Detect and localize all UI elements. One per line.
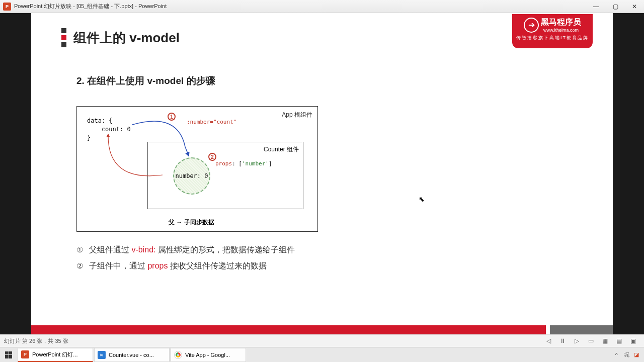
diagram-props-code: props: ['number'] — [215, 160, 272, 167]
diagram-app-label: App 根组件 — [282, 111, 312, 119]
diagram-badge-2: 2 — [208, 153, 216, 161]
mouse-cursor-icon: ⬉ — [419, 195, 425, 203]
minimize-button[interactable]: — — [587, 0, 606, 13]
note-1: ① 父组件通过 v-bind: 属性绑定的形式，把数据传递给子组件 — [76, 242, 295, 258]
brand-url: www.itheima.com — [541, 28, 581, 33]
title-bullets-icon — [61, 28, 66, 47]
diagram-number-circle: number: 0 — [173, 157, 210, 195]
slide-title-row: 组件上的 v-model — [61, 28, 180, 47]
note-2: ② 子组件中，通过 props 接收父组件传递过来的数据 — [76, 258, 295, 274]
start-button[interactable] — [0, 347, 17, 363]
pause-button[interactable]: ⏸ — [557, 336, 568, 345]
maximize-button[interactable]: ▢ — [606, 0, 625, 13]
prev-slide-button[interactable]: ◁ — [543, 336, 554, 345]
next-slide-button[interactable]: ▷ — [571, 336, 582, 345]
brand-logo-badge: ➔ 黑马程序员 www.itheima.com 传智播客旗下高端IT教育品牌 — [512, 14, 593, 48]
tray-up-icon[interactable]: ^ — [613, 351, 620, 358]
tray-app-icon[interactable]: ◪ — [633, 351, 640, 358]
slide-subheading: 2. 在组件上使用 v-model 的步骤 — [76, 74, 215, 87]
chrome-task-icon — [174, 351, 182, 359]
vscode-task-icon: ≋ — [98, 351, 106, 359]
status-bar: 幻灯片 第 26 张，共 35 张 ◁ ⏸ ▷ ▭ ▦ ▤ ▣ — [0, 334, 644, 347]
brand-tagline: 传智播客旗下高端IT教育品牌 — [512, 35, 593, 41]
brand-logo-icon: ➔ — [524, 18, 539, 33]
window-title: PowerPoint 幻灯片放映 - [05_组件基础 - 下.pptx] - … — [14, 3, 587, 10]
slide-heading: 组件上的 v-model — [73, 29, 180, 47]
brand-name: 黑马程序员 — [541, 17, 581, 28]
close-button[interactable]: ✕ — [625, 0, 644, 13]
view-sorter-button[interactable]: ▦ — [599, 336, 610, 345]
powerpoint-task-icon: P — [21, 350, 29, 358]
tray-ime-icon[interactable]: 㐂 — [623, 351, 630, 358]
taskbar-item-vscode[interactable]: ≋ Counter.vue - co... — [94, 348, 170, 362]
diagram-counter-label: Counter 组件 — [264, 145, 299, 154]
slide-counter-text: 幻灯片 第 26 张，共 35 张 — [4, 337, 68, 345]
slide-content[interactable]: ➔ 黑马程序员 www.itheima.com 传智播客旗下高端IT教育品牌 组… — [31, 13, 613, 334]
view-slideshow-button[interactable]: ▣ — [627, 336, 638, 345]
windows-logo-icon — [5, 351, 12, 358]
diagram-box: App 根组件 data: { count: 0 } :number="coun… — [76, 106, 318, 232]
slideshow-area: ➔ 黑马程序员 www.itheima.com 传智播客旗下高端IT教育品牌 组… — [0, 13, 644, 334]
slide-notes: ① 父组件通过 v-bind: 属性绑定的形式，把数据传递给子组件 ② 子组件中… — [76, 242, 295, 274]
system-tray[interactable]: ^ 㐂 ◪ — [613, 351, 644, 358]
slide-footer-bar — [31, 325, 613, 334]
diagram-counter-box: Counter 组件 number: 0 — [147, 142, 303, 209]
diagram-bind-code: :number="count" — [187, 119, 236, 125]
view-reading-button[interactable]: ▤ — [613, 336, 624, 345]
window-titlebar: P PowerPoint 幻灯片放映 - [05_组件基础 - 下.pptx] … — [0, 0, 644, 13]
diagram-sync-label: 父 → 子同步数据 — [169, 218, 214, 227]
slide-right-margin — [613, 13, 644, 334]
taskbar-item-powerpoint[interactable]: P PowerPoint 幻灯... — [18, 348, 93, 362]
diagram-data-code: data: { count: 0 } — [87, 117, 131, 142]
slide-left-margin — [0, 13, 31, 334]
powerpoint-icon: P — [3, 3, 11, 11]
diagram-badge-1: 1 — [168, 113, 176, 121]
taskbar-item-chrome[interactable]: Vite App - Googl... — [171, 348, 246, 362]
taskbar: P PowerPoint 幻灯... ≋ Counter.vue - co...… — [0, 347, 644, 362]
window-controls: — ▢ ✕ — [587, 0, 644, 13]
view-normal-button[interactable]: ▭ — [585, 336, 596, 345]
